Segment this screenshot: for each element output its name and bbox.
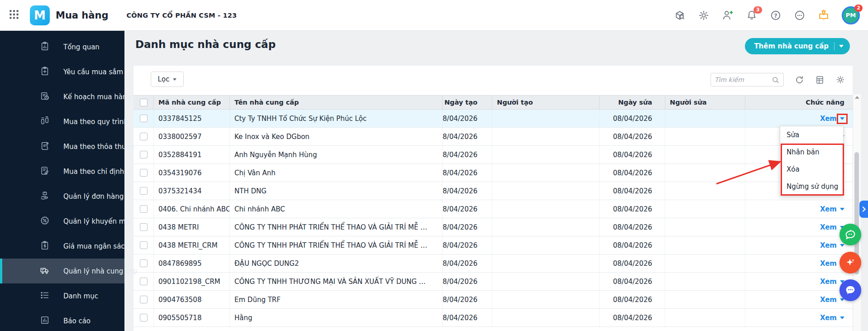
table-row[interactable]: 0337845125 Cty Ty TNHH Tổ Chức Sự Kiện P…	[134, 110, 853, 128]
row-checkbox[interactable]	[140, 169, 148, 177]
table-row[interactable]: 0901102198_CRM CÔNG TY TNHH THƯƠNG MẠI V…	[134, 273, 853, 291]
notification-count-badge: 3	[754, 6, 762, 14]
modifier-name	[665, 254, 745, 272]
product-search-icon[interactable]	[674, 10, 686, 21]
sidebar-item-danh-muc[interactable]: Danh mục	[0, 283, 124, 308]
header-nguoi-sua[interactable]: Người sửa	[665, 96, 745, 109]
supplier-code: 0904763508	[154, 291, 230, 308]
table-row[interactable]: 0438 METRI_CRM CÔNG TY TNHH PHÁT TRIỂN T…	[134, 236, 853, 254]
row-checkbox[interactable]	[140, 205, 148, 213]
row-checkbox[interactable]	[140, 241, 148, 249]
view-link[interactable]: Xem	[820, 278, 837, 286]
supplier-name: Anh Nguyễn Mạnh Hùng	[230, 146, 443, 163]
user-avatar[interactable]: PM 2	[842, 6, 860, 24]
header-ma-nha-cung-cap[interactable]: Mã nhà cung cấp	[154, 96, 230, 109]
chat-support-button[interactable]	[839, 224, 861, 245]
sidebar-item-mua-theo-thoa-thuan[interactable]: Mua theo thỏa thuận	[0, 134, 124, 159]
row-checkbox[interactable]	[140, 296, 148, 303]
menu-item-sua[interactable]: Sửa	[780, 126, 843, 144]
add-user-icon[interactable]	[722, 10, 734, 21]
supplier-name: Chi nhánh ABC	[230, 200, 443, 218]
purchase-plan-icon	[40, 91, 50, 103]
more-options-icon[interactable]	[794, 10, 806, 21]
purchase-request-icon	[40, 66, 50, 78]
header-ngay-tao[interactable]: Ngày tạo	[443, 96, 492, 109]
scrollbar-up-arrow-icon[interactable]	[855, 96, 859, 99]
select-all-checkbox[interactable]	[140, 99, 148, 106]
view-link[interactable]: Xem	[820, 115, 837, 123]
sidebar-item-tong-quan[interactable]: Tổng quan	[0, 34, 124, 59]
row-actions-caret-icon[interactable]	[840, 244, 844, 247]
app-launcher-grid-icon[interactable]	[8, 9, 20, 22]
table-row[interactable]: 0904763508 Em Dũng TRF 08/04/2026 08/04/…	[134, 291, 853, 309]
created-date: 08/04/2026	[443, 254, 492, 272]
created-date: 08/04/2026	[443, 291, 492, 308]
add-supplier-dropdown-caret-icon[interactable]	[839, 45, 844, 48]
company-name[interactable]: CÔNG TY CỔ PHẦN CSM - 123	[126, 12, 237, 19]
export-excel-icon[interactable]	[815, 75, 825, 85]
row-checkbox[interactable]	[140, 223, 148, 231]
row-actions-caret-icon[interactable]	[840, 208, 844, 211]
search-input[interactable]	[715, 76, 771, 83]
sidebar: Tổng quan Yêu cầu mua sắm Kế hoạch mua h…	[0, 31, 124, 331]
view-link[interactable]: Xem	[820, 259, 837, 268]
view-link[interactable]: Xem	[820, 205, 837, 213]
view-link[interactable]: Xem	[820, 314, 837, 322]
designated-purchase-icon	[40, 166, 50, 177]
settings-gear-icon[interactable]	[698, 10, 710, 21]
row-checkbox[interactable]	[140, 314, 148, 321]
ai-assistant-button[interactable]	[839, 252, 861, 273]
header-ngay-sua[interactable]: Ngày sửa	[600, 96, 665, 109]
refresh-icon[interactable]	[795, 75, 804, 85]
row-checkbox[interactable]	[140, 259, 148, 267]
filter-button[interactable]: Lọc	[151, 72, 184, 87]
overview-icon	[40, 41, 50, 53]
view-link[interactable]: Xem	[820, 223, 837, 231]
creator-name	[492, 236, 600, 254]
header-nguoi-tao[interactable]: Người tạo	[492, 96, 600, 109]
sidebar-item-quan-ly-khuyen-mai[interactable]: Quản lý khuyến mại	[0, 209, 124, 234]
notifications-bell-icon[interactable]: 3	[746, 10, 758, 21]
sidebar-item-quan-ly-don-hang[interactable]: Quản lý đơn hàng	[0, 184, 124, 209]
row-checkbox[interactable]	[140, 187, 148, 195]
sidebar-item-quan-ly-nha-cung-cap[interactable]: Quản lý nhà cung cấp	[0, 259, 124, 283]
creator-name	[492, 110, 600, 127]
expand-panel-tab[interactable]	[859, 201, 868, 218]
whats-new-icon[interactable]	[818, 10, 830, 21]
view-link[interactable]: Xem	[820, 296, 837, 304]
row-actions-caret-icon[interactable]	[840, 317, 844, 319]
search-box[interactable]	[711, 73, 784, 86]
supplier-code: 0352884191	[154, 146, 230, 163]
sidebar-item-yeu-cau-mua-sam[interactable]: Yêu cầu mua sắm	[0, 59, 124, 84]
view-link[interactable]: Xem	[820, 241, 837, 249]
row-checkbox[interactable]	[140, 133, 148, 140]
row-checkbox[interactable]	[140, 278, 148, 285]
supplier-table-panel: Lọc	[134, 66, 853, 331]
created-date: 08/04/2026	[443, 236, 492, 254]
modified-date: 08/04/2026	[600, 218, 665, 236]
table-row[interactable]: 0338002597 Ke Inox và Keo DGbon 08/04/20…	[134, 128, 853, 146]
sidebar-item-gia-mua-ngan-sach[interactable]: $ Giá mua ngân sách	[0, 234, 124, 259]
modified-date: 08/04/2026	[600, 110, 665, 127]
app-logo[interactable]: M	[30, 5, 50, 25]
row-checkbox[interactable]	[140, 115, 148, 122]
table-row[interactable]: 0406. Chi nhánh ABC Chi nhánh ABC 08/04/…	[134, 200, 853, 218]
creator-name	[492, 128, 600, 145]
row-checkbox[interactable]	[140, 151, 148, 158]
sidebar-item-bao-cao[interactable]: Báo cáo	[0, 308, 124, 331]
table-row[interactable]: 0905505718 Hằng 08/04/2026 08/04/2026 Xe…	[134, 309, 853, 327]
feedback-chat-button[interactable]	[839, 279, 861, 301]
sidebar-item-mua-theo-quy-trinh[interactable]: Mua theo quy trình	[0, 109, 124, 134]
help-icon[interactable]: ?	[770, 10, 782, 21]
sidebar-item-ke-hoach-mua-hang[interactable]: Kế hoạch mua hàng	[0, 84, 124, 109]
supplier-code: 0354319076	[154, 164, 230, 182]
table-settings-gear-icon[interactable]	[835, 75, 845, 85]
sidebar-item-mua-theo-chi-dinh[interactable]: Mua theo chỉ định	[0, 159, 124, 184]
table-row[interactable]: 0438 METRI CÔNG TY TNHH PHÁT TRIỂN THỂ T…	[134, 218, 853, 236]
header-ten-nha-cung-cap[interactable]: Tên nhà cung cấp	[230, 96, 443, 109]
annotation-box-menu	[781, 144, 844, 196]
search-icon[interactable]	[771, 76, 780, 84]
supplier-code: 0337845125	[154, 110, 230, 127]
table-row[interactable]: 0847869895 ĐẬU NGỌC DUNG2 08/04/2026 08/…	[134, 254, 853, 273]
add-supplier-button[interactable]: Thêm nhà cung cấp	[745, 38, 850, 54]
